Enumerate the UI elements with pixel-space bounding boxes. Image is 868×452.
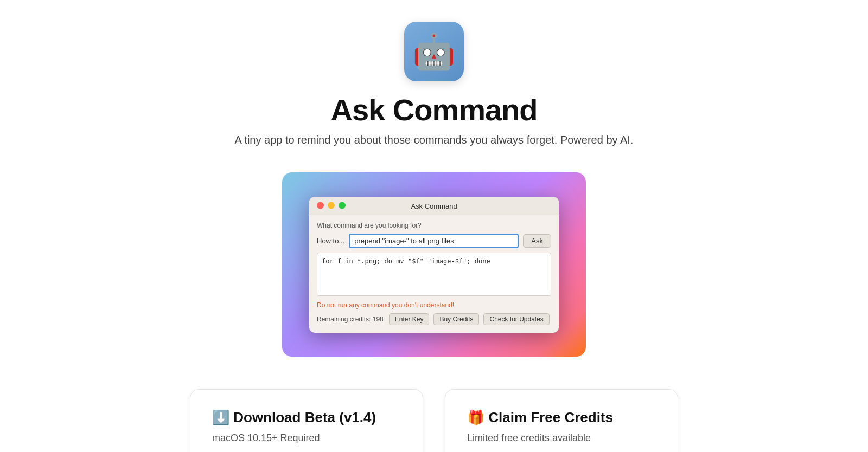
buy-credits-button[interactable]: Buy Credits [433, 313, 479, 325]
mac-window-buttons [317, 202, 346, 209]
mac-fullscreen-button[interactable] [339, 202, 346, 209]
mac-titlebar: Ask Command [309, 197, 559, 215]
code-output: for f in *.png; do mv "$f" "image-$f"; d… [317, 253, 551, 296]
command-input-row: How to... Ask [317, 234, 551, 248]
how-to-label: How to... [317, 237, 344, 245]
credits-card-title: 🎁 Claim Free Credits [467, 409, 656, 426]
cards-section: ⬇️ Download Beta (v1.4) macOS 10.15+ Req… [190, 389, 678, 452]
download-card-subtitle: macOS 10.15+ Required [212, 432, 401, 444]
ask-button[interactable]: Ask [523, 234, 551, 248]
credits-card-subtitle: Limited free credits available [467, 432, 656, 444]
mac-minimize-button[interactable] [328, 202, 335, 209]
app-title: Ask Command [330, 92, 537, 127]
app-screenshot-wrapper: Ask Command What command are you looking… [282, 172, 586, 357]
command-input[interactable] [349, 234, 519, 248]
app-subtitle: A tiny app to remind you about those com… [235, 134, 634, 146]
gift-icon: 🎁 [467, 409, 484, 425]
mac-window-content: What command are you looking for? How to… [309, 215, 559, 333]
credits-card[interactable]: 🎁 Claim Free Credits Limited free credit… [445, 389, 678, 452]
mac-close-button[interactable] [317, 202, 324, 209]
mac-footer: Remaining credits: 198 Enter Key Buy Cre… [317, 313, 551, 325]
robot-icon: 🤖 [412, 34, 456, 69]
mac-window: Ask Command What command are you looking… [309, 197, 559, 333]
mac-window-title: Ask Command [411, 202, 457, 210]
download-card-title: ⬇️ Download Beta (v1.4) [212, 409, 401, 426]
enter-key-button[interactable]: Enter Key [389, 313, 430, 325]
search-label: What command are you looking for? [317, 222, 551, 229]
warning-text: Do not run any command you don't underst… [317, 301, 551, 309]
download-icon: ⬇️ [212, 409, 229, 425]
credits-remaining: Remaining credits: 198 [317, 315, 384, 323]
download-card[interactable]: ⬇️ Download Beta (v1.4) macOS 10.15+ Req… [190, 389, 423, 452]
app-icon: 🤖 [404, 22, 464, 81]
check-updates-button[interactable]: Check for Updates [483, 313, 549, 325]
